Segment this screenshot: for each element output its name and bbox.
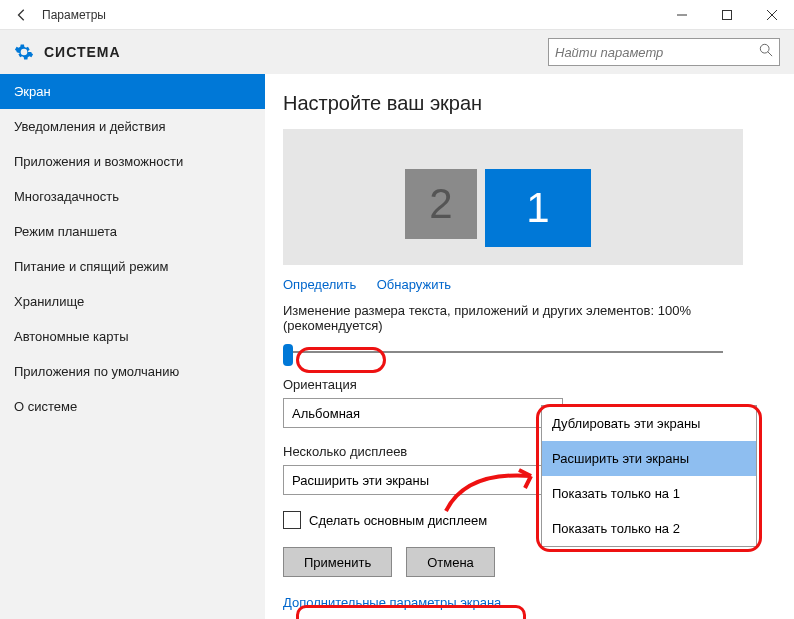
orientation-value: Альбомная <box>292 406 360 421</box>
apply-button[interactable]: Применить <box>283 547 392 577</box>
header: СИСТЕМА <box>0 30 794 74</box>
slider-thumb[interactable] <box>283 344 293 366</box>
cancel-button[interactable]: Отмена <box>406 547 495 577</box>
orientation-label: Ориентация <box>283 377 794 392</box>
display-preview[interactable]: 2 1 <box>283 129 743 265</box>
detect-link[interactable]: Обнаружить <box>377 277 451 292</box>
multi-display-value: Расширить эти экраны <box>292 473 429 488</box>
page-title: Настройте ваш экран <box>283 92 794 115</box>
sidebar-item-screen[interactable]: Экран <box>0 74 265 109</box>
sidebar-item-power[interactable]: Питание и спящий режим <box>0 249 265 284</box>
maximize-button[interactable] <box>704 0 749 30</box>
search-input[interactable] <box>555 45 759 60</box>
sidebar-item-default-apps[interactable]: Приложения по умолчанию <box>0 354 265 389</box>
window-title: Параметры <box>42 8 106 22</box>
multi-display-dropdown[interactable]: Дублировать эти экраны Расширить эти экр… <box>541 405 757 547</box>
make-primary-label: Сделать основным дисплеем <box>309 513 487 528</box>
advanced-display-link[interactable]: Дополнительные параметры экрана <box>283 595 501 610</box>
search-box[interactable] <box>548 38 780 66</box>
gear-icon <box>14 42 34 62</box>
dropdown-option-only1[interactable]: Показать только на 1 <box>542 476 756 511</box>
dropdown-option-duplicate[interactable]: Дублировать эти экраны <box>542 406 756 441</box>
minimize-button[interactable] <box>659 0 704 30</box>
search-icon <box>759 43 773 61</box>
titlebar: Параметры <box>0 0 794 30</box>
section-title: СИСТЕМА <box>44 44 121 60</box>
sidebar-item-apps[interactable]: Приложения и возможности <box>0 144 265 179</box>
back-button[interactable] <box>8 1 36 29</box>
slider-track <box>289 351 723 353</box>
sidebar-item-about[interactable]: О системе <box>0 389 265 424</box>
svg-rect-1 <box>722 10 731 19</box>
sidebar-item-notifications[interactable]: Уведомления и действия <box>0 109 265 144</box>
sidebar: Экран Уведомления и действия Приложения … <box>0 74 265 619</box>
scale-label: Изменение размера текста, приложений и д… <box>283 303 794 333</box>
multi-display-select[interactable]: Расширить эти экраны <box>283 465 563 495</box>
sidebar-item-storage[interactable]: Хранилище <box>0 284 265 319</box>
sidebar-item-tablet[interactable]: Режим планшета <box>0 214 265 249</box>
dropdown-option-extend[interactable]: Расширить эти экраны <box>542 441 756 476</box>
svg-line-5 <box>768 52 772 56</box>
orientation-select[interactable]: Альбомная <box>283 398 563 428</box>
close-button[interactable] <box>749 0 794 30</box>
dropdown-option-only2[interactable]: Показать только на 2 <box>542 511 756 546</box>
scale-slider[interactable] <box>283 339 723 367</box>
display-2[interactable]: 2 <box>405 169 477 239</box>
display-1[interactable]: 1 <box>485 169 591 247</box>
sidebar-item-maps[interactable]: Автономные карты <box>0 319 265 354</box>
sidebar-item-multitasking[interactable]: Многозадачность <box>0 179 265 214</box>
checkbox-box[interactable] <box>283 511 301 529</box>
identify-link[interactable]: Определить <box>283 277 356 292</box>
